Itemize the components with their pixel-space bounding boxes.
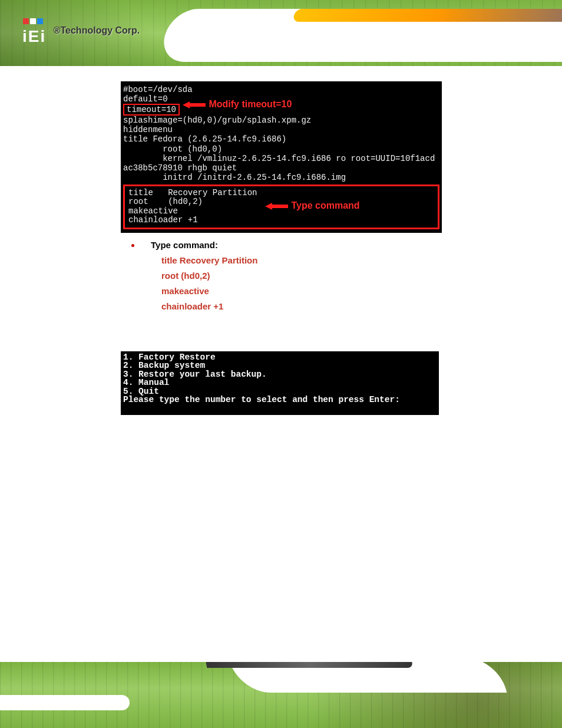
- header-curve-stripe: [292, 9, 562, 22]
- annotation-label: Type command: [291, 200, 359, 210]
- header-banner: iEi ®Technology Corp.: [0, 0, 562, 66]
- frame-line: makeactive: [128, 206, 178, 216]
- footer-banner: [0, 662, 562, 728]
- annotation-label: Modify timeout=10: [209, 99, 292, 109]
- term-line: ac38b5c78910 rhgb quiet: [123, 163, 237, 173]
- menu-prompt: Please type the number to select and the…: [123, 395, 400, 404]
- header-curve: [158, 9, 562, 62]
- frame-line: chainloader +1: [128, 215, 198, 225]
- bullet-item: Type command:: [131, 240, 441, 250]
- footer-left-curve: [0, 695, 130, 710]
- command-text: root (hd0,2): [161, 271, 441, 281]
- frame-line: title Recovery Partition: [128, 188, 257, 197]
- annotation-type-command: Type command: [265, 200, 360, 211]
- bullet-icon: [131, 244, 134, 247]
- logo-text: iEi: [22, 27, 46, 45]
- command-text: title Recovery Partition: [161, 255, 441, 265]
- arrow-left-icon: [265, 203, 289, 210]
- term-line: title Fedora (2.6.25-14.fc9.i686): [123, 134, 286, 144]
- term-line: initrd /initrd-2.6.25-14.fc9.i686.img: [123, 173, 346, 182]
- annotation-modify-timeout: Modify timeout=10: [183, 99, 292, 110]
- page-content: #boot=/dev/sda default=0 timeout=10 spla…: [0, 66, 562, 415]
- term-line: splashimage=(hd0,0)/grub/splash.xpm.gz: [123, 116, 311, 125]
- logo: iEi ®Technology Corp.: [22, 17, 140, 46]
- term-line: #boot=/dev/sda: [123, 85, 193, 94]
- bullet-label: Type command:: [151, 240, 218, 250]
- arrow-left-icon: [183, 101, 206, 108]
- term-line: hiddenmenu: [123, 125, 173, 134]
- recovery-menu-terminal: 1. Factory Restore 2. Backup system 3. R…: [121, 351, 439, 415]
- footer-curve: [229, 662, 507, 693]
- frame-line: root (hd0,2): [128, 197, 203, 206]
- term-line: default=0: [123, 94, 168, 104]
- logo-squares-icon: iEi: [22, 17, 46, 46]
- brand-text: ®Technology Corp.: [54, 25, 140, 35]
- command-text: chainloader +1: [161, 301, 441, 311]
- timeout-highlight-box: timeout=10: [123, 104, 180, 116]
- term-line: kernel /vmlinuz-2.6.25-14.fc9.i686 ro ro…: [123, 154, 435, 163]
- term-line: root (hd0,0): [123, 144, 222, 154]
- command-text: makeactive: [161, 286, 441, 296]
- instruction-block: Type command: title Recovery Partition r…: [131, 240, 441, 311]
